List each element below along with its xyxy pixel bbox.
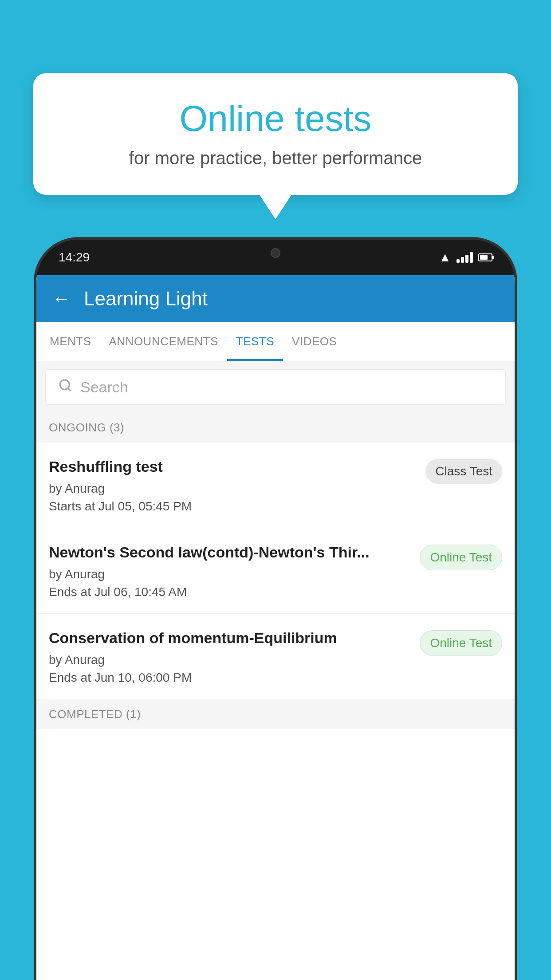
test-info-newtons: Newton's Second law(contd)-Newton's Thir… bbox=[49, 542, 411, 599]
phone-screen: ← Learning Light MENTS ANNOUNCEMENTS TES… bbox=[36, 275, 515, 980]
test-date-conservation: Ends at Jun 10, 06:00 PM bbox=[49, 671, 411, 685]
app-title: Learning Light bbox=[84, 288, 208, 310]
test-badge-reshuffling: Class Test bbox=[425, 459, 502, 484]
app-header: ← Learning Light bbox=[36, 275, 515, 322]
bubble-subtitle: for more practice, better performance bbox=[60, 148, 491, 168]
completed-label: COMPLETED (1) bbox=[49, 707, 141, 721]
test-item-conservation[interactable]: Conservation of momentum-Equilibrium by … bbox=[36, 614, 515, 699]
ongoing-section-header: ONGOING (3) bbox=[36, 413, 515, 443]
test-item-newtons[interactable]: Newton's Second law(contd)-Newton's Thir… bbox=[36, 528, 515, 614]
test-item-reshuffling[interactable]: Reshuffling test by Anurag Starts at Jul… bbox=[36, 443, 515, 528]
search-icon bbox=[58, 378, 72, 396]
test-info-reshuffling: Reshuffling test by Anurag Starts at Jul… bbox=[49, 457, 417, 514]
camera bbox=[271, 248, 280, 258]
tab-announcements[interactable]: ANNOUNCEMENTS bbox=[100, 322, 227, 361]
status-icons: ▲ bbox=[439, 250, 492, 265]
test-title-conservation: Conservation of momentum-Equilibrium bbox=[49, 628, 411, 648]
test-author-reshuffling: by Anurag bbox=[49, 482, 417, 496]
bubble-title: Online tests bbox=[60, 98, 491, 139]
test-badge-newtons: Online Test bbox=[420, 545, 502, 570]
search-container: Search bbox=[36, 361, 515, 413]
phone-shell: 14:29 ▲ ← Learning Light bbox=[36, 240, 515, 980]
search-bar[interactable]: Search bbox=[45, 369, 506, 405]
completed-section-header: COMPLETED (1) bbox=[36, 699, 515, 729]
back-button[interactable]: ← bbox=[52, 289, 71, 308]
tabs-bar: MENTS ANNOUNCEMENTS TESTS VIDEOS bbox=[36, 322, 515, 361]
test-author-conservation: by Anurag bbox=[49, 653, 411, 667]
tab-tests[interactable]: TESTS bbox=[227, 322, 283, 361]
test-author-newtons: by Anurag bbox=[49, 567, 411, 581]
search-placeholder: Search bbox=[80, 379, 128, 396]
test-date-reshuffling: Starts at Jul 05, 05:45 PM bbox=[49, 499, 417, 514]
test-title-newtons: Newton's Second law(contd)-Newton's Thir… bbox=[49, 542, 411, 563]
battery-fill bbox=[480, 255, 488, 260]
signal-icon bbox=[457, 252, 473, 263]
tab-ments[interactable]: MENTS bbox=[41, 322, 100, 361]
status-bar: 14:29 ▲ bbox=[36, 240, 515, 275]
test-info-conservation: Conservation of momentum-Equilibrium by … bbox=[49, 628, 411, 685]
ongoing-label: ONGOING (3) bbox=[49, 421, 124, 434]
phone-notch bbox=[231, 240, 320, 266]
tab-videos[interactable]: VIDEOS bbox=[283, 322, 346, 361]
wifi-icon: ▲ bbox=[439, 250, 451, 265]
test-badge-conservation: Online Test bbox=[420, 630, 502, 656]
svg-line-1 bbox=[68, 388, 71, 391]
test-date-newtons: Ends at Jul 06, 10:45 AM bbox=[49, 585, 411, 599]
battery-icon bbox=[478, 253, 492, 261]
test-title-reshuffling: Reshuffling test bbox=[49, 457, 417, 477]
speech-bubble: Online tests for more practice, better p… bbox=[33, 73, 518, 195]
status-time: 14:29 bbox=[59, 250, 90, 265]
